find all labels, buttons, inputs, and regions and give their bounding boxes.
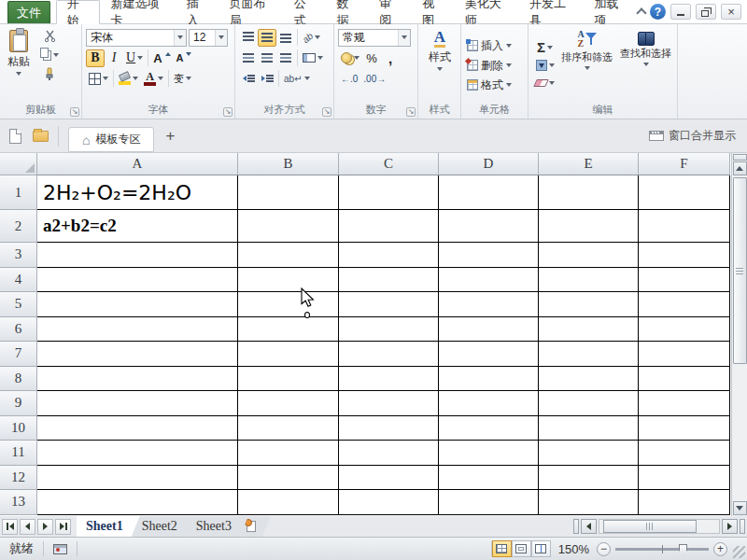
row-header-5[interactable]: 5 xyxy=(0,292,37,317)
cell-E10[interactable] xyxy=(539,416,639,441)
ribbon-tab-formulas[interactable]: 公式 xyxy=(284,0,327,23)
cell-F7[interactable] xyxy=(639,342,730,367)
document-tab-template-zone[interactable]: ⌂ 模板专区 xyxy=(68,127,154,152)
ribbon-tab-developer[interactable]: 开发工具 xyxy=(519,0,584,23)
cell-B7[interactable] xyxy=(238,342,339,367)
cell-C6[interactable] xyxy=(339,317,439,343)
cell-B11[interactable] xyxy=(238,441,339,466)
format-cells-button[interactable]: 格式 xyxy=(465,76,525,95)
cell-E6[interactable] xyxy=(539,317,639,343)
normal-view-button[interactable] xyxy=(492,540,512,557)
align-left-button[interactable] xyxy=(239,49,258,67)
cell-A11[interactable] xyxy=(37,441,238,466)
bold-button[interactable]: B xyxy=(86,49,105,67)
cell-F4[interactable] xyxy=(639,268,730,293)
fill-button[interactable] xyxy=(532,57,557,75)
cell-B1[interactable] xyxy=(238,175,339,210)
align-bottom-button[interactable] xyxy=(276,29,295,47)
cell-C8[interactable] xyxy=(339,367,439,392)
zoom-out-button[interactable]: − xyxy=(597,542,611,556)
delete-cells-button[interactable]: 删除 xyxy=(465,56,525,76)
cell-D10[interactable] xyxy=(439,416,539,441)
open-folder-icon[interactable] xyxy=(33,131,49,142)
cell-D5[interactable] xyxy=(439,292,539,317)
row-header-9[interactable]: 9 xyxy=(0,391,37,416)
fill-color-button[interactable] xyxy=(116,70,141,88)
align-center-button[interactable] xyxy=(258,49,276,67)
new-document-tab-button[interactable]: + xyxy=(154,128,186,144)
cell-E4[interactable] xyxy=(539,268,639,293)
cell-styles-button[interactable]: A 样式 xyxy=(425,27,455,104)
row-header-4[interactable]: 4 xyxy=(0,268,37,293)
cell-D13[interactable] xyxy=(439,490,539,515)
row-header-3[interactable]: 3 xyxy=(0,243,37,268)
cell-D7[interactable] xyxy=(439,342,539,367)
cell-F5[interactable] xyxy=(639,292,730,317)
scroll-right-button[interactable] xyxy=(722,519,738,534)
cell-E12[interactable] xyxy=(539,466,639,491)
font-color-button[interactable]: A xyxy=(141,70,166,88)
orientation-button[interactable]: ab xyxy=(300,29,323,47)
cell-A2[interactable]: a2+b2=c2 xyxy=(37,210,238,243)
insert-cells-button[interactable]: 插入 xyxy=(465,36,525,56)
cell-F9[interactable] xyxy=(639,391,730,416)
cell-B13[interactable] xyxy=(238,490,339,515)
italic-button[interactable]: I xyxy=(105,49,123,67)
accounting-format-button[interactable] xyxy=(338,49,362,67)
find-select-button[interactable]: 查找和选择 xyxy=(616,27,675,104)
cell-F1[interactable] xyxy=(639,175,730,210)
zoom-in-button[interactable]: + xyxy=(713,542,727,556)
cell-F13[interactable] xyxy=(639,490,730,515)
cell-B4[interactable] xyxy=(238,268,339,293)
autosum-button[interactable]: Σ xyxy=(532,39,557,57)
cell-A6[interactable] xyxy=(37,317,238,343)
font-size-combo[interactable]: 12 xyxy=(189,29,228,47)
cell-E2[interactable] xyxy=(539,210,639,243)
ribbon-tab-newtab[interactable]: 新建选项卡 xyxy=(100,0,176,23)
macro-record-icon[interactable] xyxy=(53,544,67,554)
cell-A7[interactable] xyxy=(37,342,238,367)
cell-F11[interactable] xyxy=(639,441,730,466)
chevron-down-icon[interactable] xyxy=(398,30,410,46)
copy-button[interactable] xyxy=(37,46,62,63)
horizontal-split-handle[interactable] xyxy=(740,519,745,534)
clipboard-dialog-launcher-icon[interactable]: ↘ xyxy=(70,107,79,117)
scroll-down-button[interactable] xyxy=(733,501,747,515)
percent-style-button[interactable]: % xyxy=(362,49,381,67)
cell-C7[interactable] xyxy=(339,342,439,367)
page-layout-view-button[interactable] xyxy=(512,540,531,557)
column-header-B[interactable]: B xyxy=(238,153,339,175)
cell-B10[interactable] xyxy=(238,416,339,441)
new-document-icon[interactable] xyxy=(9,129,21,144)
cell-F3[interactable] xyxy=(639,243,730,268)
cell-F6[interactable] xyxy=(639,317,730,343)
row-header-13[interactable]: 13 xyxy=(0,490,37,515)
vertical-split-handle[interactable] xyxy=(733,154,747,161)
sort-filter-button[interactable]: AZ 排序和筛选 xyxy=(557,27,616,104)
font-name-combo[interactable]: 宋体 xyxy=(86,29,187,47)
cell-C10[interactable] xyxy=(339,416,439,441)
increase-decimal-button[interactable]: ←.0 xyxy=(338,70,360,88)
increase-indent-button[interactable] xyxy=(258,70,276,88)
cell-D8[interactable] xyxy=(439,367,539,392)
align-right-button[interactable] xyxy=(276,49,295,67)
cut-button[interactable] xyxy=(37,27,62,45)
cell-B8[interactable] xyxy=(238,367,339,392)
vertical-scroll-thumb[interactable] xyxy=(733,177,747,364)
cell-C5[interactable] xyxy=(339,292,439,317)
shrink-font-button[interactable]: A xyxy=(174,49,195,67)
chevron-down-icon[interactable] xyxy=(215,30,227,46)
borders-button[interactable] xyxy=(86,70,111,88)
cell-D4[interactable] xyxy=(439,268,539,293)
row-header-7[interactable]: 7 xyxy=(0,342,37,367)
cell-A9[interactable] xyxy=(37,391,238,416)
font-dialog-launcher-icon[interactable]: ↘ xyxy=(223,107,233,117)
cell-C3[interactable] xyxy=(339,243,439,268)
row-header-10[interactable]: 10 xyxy=(0,416,37,441)
cell-B3[interactable] xyxy=(238,243,339,268)
cell-A5[interactable] xyxy=(37,292,238,317)
row-header-11[interactable]: 11 xyxy=(0,441,37,466)
column-header-A[interactable]: A xyxy=(37,153,238,175)
cell-C2[interactable] xyxy=(339,210,439,243)
vertical-scrollbar[interactable] xyxy=(731,153,747,516)
